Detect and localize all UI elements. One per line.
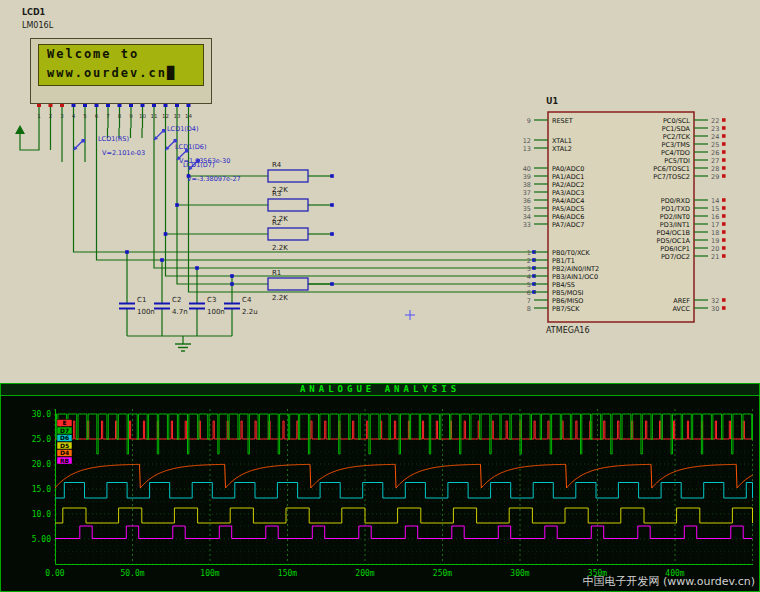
lcd-display[interactable]: Welcome to www.ourdev.cn█ <box>30 38 212 104</box>
cap-value: 2.2u <box>242 308 258 316</box>
lcd-pin-number: 14 <box>185 113 192 119</box>
resistor-body[interactable] <box>268 199 308 211</box>
analogue-analysis-panel[interactable]: ANALOGUE ANALYSIS 30.025.020.015.010.05.… <box>0 383 760 592</box>
lcd-pin-number: 5 <box>83 113 87 119</box>
lcd-pin-number: 6 <box>95 113 99 119</box>
junction-dot <box>164 232 168 236</box>
mcu-pin-label: PC0/SCL <box>663 117 690 125</box>
junction-dot <box>160 258 164 262</box>
mcu-pin-label: XTAL1 <box>552 137 572 145</box>
mcu-pin-square <box>722 134 726 138</box>
mcu-pin-number: 37 <box>523 189 531 197</box>
legend-d7: D7 <box>57 427 72 435</box>
mcu-pin-number: 1 <box>527 249 531 257</box>
legend-label: D5 <box>60 442 69 449</box>
trace-d5 <box>55 508 753 523</box>
legend-label: D6 <box>60 434 69 441</box>
mcu-pin-number: 8 <box>527 305 531 313</box>
lcd-line2: www.ourdev.cn█ <box>39 64 203 83</box>
mcu-pin-number: 40 <box>523 165 531 173</box>
resistor-r2[interactable]: R22.2K <box>268 219 308 252</box>
mcu-pin-number: 30 <box>711 305 719 313</box>
mcu-pin-number: 23 <box>711 125 719 133</box>
legend-d4: D4 <box>57 449 72 457</box>
cursor-cross-icon <box>405 310 415 320</box>
mcu-pin-label: PB6/MISO <box>552 297 583 305</box>
trace-rb <box>55 526 753 539</box>
wire[interactable] <box>154 128 534 268</box>
junction-dot <box>330 174 334 178</box>
cap-ref: C2 <box>172 296 181 304</box>
mcu-pin-square <box>722 118 726 122</box>
mcu-atmega16[interactable]: 9RESET12XTAL113XTAL240PA0/ADC039PA1/ADC1… <box>523 112 726 322</box>
junction-dot <box>330 203 334 207</box>
resistor-ref: R1 <box>272 269 281 277</box>
mcu-pin-number: 38 <box>523 181 531 189</box>
mcu-pin-number: 22 <box>711 117 719 125</box>
mcu-pin-number: 7 <box>527 297 531 305</box>
mcu-pin-square <box>722 254 726 258</box>
y-tick-label: 20.0 <box>32 460 51 469</box>
capacitor-c4[interactable]: C42.2u <box>224 296 258 316</box>
resistor-value: 2.2K <box>272 294 288 302</box>
probe-label: LCD1(D6) <box>175 143 207 151</box>
junction-dot <box>125 250 129 254</box>
mcu-pin-square <box>722 298 726 302</box>
mcu-pin-number: 17 <box>711 221 719 229</box>
mcu-pin-label: PB0/T0/XCK <box>552 249 591 257</box>
mcu-pin-number: 16 <box>711 213 719 221</box>
mcu-pin-square <box>722 306 726 310</box>
resistor-body[interactable] <box>268 228 308 240</box>
mcu-pin-number: 25 <box>711 141 719 149</box>
capacitor-c2[interactable]: C24.7n <box>154 296 188 316</box>
legend-d5: D5 <box>57 442 72 450</box>
mcu-pin-number: 39 <box>523 173 531 181</box>
lcd-pin-number: 2 <box>49 113 53 119</box>
mcu-pin-square <box>722 222 726 226</box>
probe-handle <box>174 139 178 143</box>
mcu-pin-label: PD2/INT0 <box>660 213 690 221</box>
mcu-pin-label: PD3/INT1 <box>660 221 690 229</box>
mcu-pin-label: PC4/TDO <box>661 149 690 157</box>
watermark: 中国电子开发网 (www.ourdev.cn) <box>582 574 755 589</box>
wire[interactable] <box>97 128 535 260</box>
wire[interactable] <box>166 128 535 276</box>
cap-ref: C4 <box>242 296 252 304</box>
junction-dot <box>330 282 334 286</box>
x-tick-label: 300m <box>510 569 529 578</box>
mcu-pin-label: PD7/OC2 <box>661 253 690 261</box>
legend-d6: D6 <box>57 434 72 442</box>
resistor-body[interactable] <box>268 170 308 182</box>
lcd-pin-number: 10 <box>139 113 146 119</box>
x-tick-label: 100m <box>200 569 219 578</box>
analysis-graph[interactable]: 30.025.020.015.010.05.000.0050.0m100m150… <box>1 395 759 591</box>
voltage-probes[interactable]: LCD1(RS)V=2.101e-03LCD1(D4)LCD1(D6)V=1.6… <box>74 125 241 183</box>
lcd-screen: Welcome to www.ourdev.cn█ <box>38 44 204 86</box>
probe-value: V=2.101e-03 <box>102 149 145 157</box>
mcu-pin-label: PD0/RXD <box>661 197 690 205</box>
resistor-ref: R3 <box>272 190 281 198</box>
capacitor-c3[interactable]: C3100n <box>189 296 225 316</box>
x-tick-label: 150m <box>278 569 297 578</box>
legend-label: D4 <box>60 449 69 456</box>
power-arrow-icon <box>15 125 25 134</box>
mcu-pin-square <box>722 126 726 130</box>
resistor-r1[interactable]: R12.2K <box>268 269 308 302</box>
mcu-pin-number: 26 <box>711 149 719 157</box>
lcd-pin-number: 11 <box>151 113 158 119</box>
cap-value: 4.7n <box>172 308 188 316</box>
mcu-pin-square <box>722 174 726 178</box>
probe-handle <box>162 129 166 133</box>
mcu-pin-label: PC2/TCK <box>663 133 691 141</box>
junction-dot <box>175 203 179 207</box>
lcd-model-label: LM016L <box>22 21 53 31</box>
capacitor-c1[interactable]: C1100n <box>119 296 155 316</box>
schematic-canvas[interactable]: VSS1VDD2VEE3RS4RW5E6D07D18D29D310D411D51… <box>0 0 760 383</box>
legend-label: RB <box>60 457 70 464</box>
mcu-pin-label: PB7/SCK <box>552 305 580 313</box>
mcu-pin-number: 35 <box>523 205 531 213</box>
lcd-pin-number: 13 <box>174 113 181 119</box>
resistor-body[interactable] <box>268 278 308 290</box>
mcu-pin-square <box>722 198 726 202</box>
mcu-pin-label: PA3/ADC3 <box>552 189 584 197</box>
